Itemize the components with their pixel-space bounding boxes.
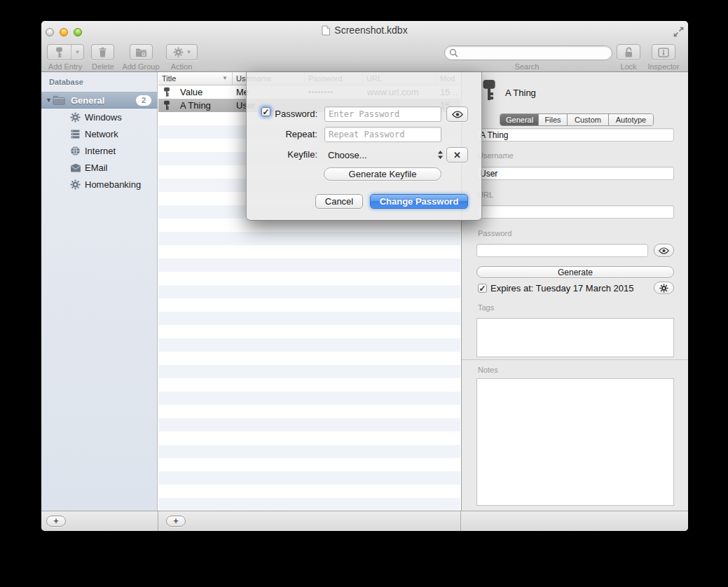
window-chrome: Screenshot.kdbx bbox=[41, 21, 688, 72]
document-icon bbox=[322, 25, 330, 36]
key-icon bbox=[481, 79, 497, 102]
sheet-password-label: Password: bbox=[273, 109, 317, 119]
notes-label: Notes bbox=[478, 366, 498, 374]
sheet-reveal-password-button[interactable] bbox=[446, 106, 468, 122]
expires-label: Expires at: Tuesday 17 March 2015 bbox=[490, 283, 634, 294]
add-entry-button[interactable]: ▾ bbox=[47, 44, 84, 60]
key-icon bbox=[163, 100, 170, 111]
gear-icon bbox=[70, 112, 81, 123]
inspector-entry-title: A Thing bbox=[505, 88, 536, 98]
disclosure-triangle-icon[interactable]: ▼ bbox=[46, 97, 53, 104]
folder-plus-icon bbox=[135, 48, 147, 57]
sidebar-item-label: Internet bbox=[85, 146, 116, 156]
server-icon bbox=[70, 129, 81, 139]
notes-field[interactable] bbox=[476, 378, 674, 506]
sidebar-item-homebanking[interactable]: Homebanking bbox=[41, 176, 158, 193]
search-input[interactable] bbox=[444, 46, 612, 60]
titlebar[interactable]: Screenshot.kdbx bbox=[41, 21, 688, 39]
sidebar-item-network[interactable]: Network bbox=[41, 125, 158, 142]
eye-icon bbox=[659, 247, 669, 254]
toolbar: ▾ Add Entry Delete bbox=[41, 39, 688, 72]
sidebar: Database ▼ General 2 Windows Networ bbox=[41, 72, 158, 511]
envelope-icon bbox=[70, 163, 81, 172]
cell-title: A Thing bbox=[180, 100, 233, 111]
clear-x-icon: ✕ bbox=[453, 150, 461, 160]
folder-icon bbox=[53, 95, 65, 105]
sidebar-group-general[interactable]: ▼ General 2 bbox=[41, 92, 158, 109]
reveal-password-button[interactable] bbox=[654, 244, 674, 257]
keyfile-dropdown[interactable]: Choose... bbox=[324, 148, 444, 162]
add-group-button[interactable] bbox=[130, 44, 153, 60]
password-field[interactable] bbox=[476, 244, 648, 257]
url-field[interactable] bbox=[476, 205, 674, 219]
expires-checkbox[interactable]: ✓ bbox=[478, 284, 487, 293]
sidebar-item-internet[interactable]: Internet bbox=[41, 142, 158, 159]
entry-count-badge: 2 bbox=[136, 95, 151, 106]
globe-icon bbox=[70, 146, 81, 156]
add-entry-caret-icon: ▾ bbox=[71, 49, 83, 55]
lock-label: Lock bbox=[620, 62, 636, 71]
sidebar-item-label: Network bbox=[85, 129, 118, 139]
sheet-password-input[interactable]: Enter Password bbox=[324, 106, 441, 122]
tags-field[interactable] bbox=[476, 318, 674, 357]
tab-files[interactable]: Files bbox=[539, 114, 568, 125]
search-icon bbox=[449, 48, 458, 57]
checkmark-icon: ✓ bbox=[479, 284, 486, 293]
screen-background: Screenshot.kdbx bbox=[0, 0, 728, 587]
add-group-plus-button[interactable]: + bbox=[46, 516, 66, 527]
stepper-icon bbox=[437, 150, 444, 160]
inspector-button[interactable] bbox=[652, 44, 675, 60]
fullscreen-icon[interactable] bbox=[673, 27, 684, 37]
sidebar-section-header: Database bbox=[49, 78, 83, 86]
window-title-group: Screenshot.kdbx bbox=[41, 21, 688, 39]
sidebar-item-windows[interactable]: Windows bbox=[41, 109, 158, 125]
add-group-label: Add Group bbox=[122, 62, 159, 71]
inspector-divider bbox=[462, 359, 688, 360]
expires-settings-button[interactable] bbox=[654, 282, 674, 294]
cancel-button[interactable]: Cancel bbox=[315, 194, 363, 209]
search-label: Search bbox=[515, 62, 540, 71]
generate-password-button[interactable]: Generate bbox=[476, 266, 674, 278]
action-caret-icon: ▾ bbox=[187, 49, 191, 55]
sheet-repeat-input[interactable]: Repeat Password bbox=[324, 127, 441, 142]
inspector-panel: A Thing General Files Custom Autotype A … bbox=[461, 72, 688, 511]
inspector-tabs: General Files Custom Autotype bbox=[500, 113, 654, 126]
add-entry-plus-button[interactable]: + bbox=[166, 516, 186, 527]
action-button[interactable]: ▾ bbox=[166, 44, 198, 60]
bottom-bar: + + bbox=[41, 511, 688, 531]
keyfile-value: Choose... bbox=[328, 150, 437, 160]
plus-icon: + bbox=[173, 516, 178, 526]
lock-open-icon bbox=[624, 47, 634, 58]
tab-autotype[interactable]: Autotype bbox=[609, 114, 653, 125]
tab-custom[interactable]: Custom bbox=[568, 114, 609, 125]
sidebar-item-label: EMail bbox=[85, 163, 108, 173]
plus-icon: + bbox=[53, 516, 58, 526]
key-icon bbox=[163, 87, 170, 97]
column-header-title[interactable]: Title ▼ bbox=[158, 72, 233, 85]
password-enabled-checkbox[interactable]: ✓ bbox=[261, 107, 270, 116]
lock-button[interactable] bbox=[617, 44, 640, 60]
password-label: Password bbox=[478, 229, 511, 237]
gear-icon bbox=[659, 284, 668, 293]
pane-divider bbox=[158, 511, 158, 531]
title-field[interactable]: A Thing bbox=[476, 128, 674, 141]
trash-icon bbox=[98, 47, 107, 57]
app-window: Screenshot.kdbx bbox=[41, 21, 688, 531]
generate-keyfile-button[interactable]: Generate Keyfile bbox=[324, 167, 441, 181]
sheet-keyfile-label: Keyfile: bbox=[273, 149, 317, 160]
tab-general[interactable]: General bbox=[500, 114, 539, 125]
username-field[interactable]: User bbox=[476, 167, 674, 180]
sidebar-item-label: Homebanking bbox=[85, 179, 141, 190]
sidebar-item-email[interactable]: EMail bbox=[41, 159, 158, 176]
sort-indicator-icon: ▼ bbox=[222, 75, 228, 81]
add-entry-label: Add Entry bbox=[48, 62, 82, 71]
sidebar-item-label: Windows bbox=[85, 112, 122, 123]
clear-keyfile-button[interactable]: ✕ bbox=[446, 147, 468, 163]
change-password-button[interactable]: Change Password bbox=[370, 194, 468, 209]
sheet-repeat-label: Repeat: bbox=[273, 129, 317, 139]
delete-button[interactable] bbox=[91, 44, 114, 60]
inspector-label: Inspector bbox=[647, 62, 679, 71]
expires-row: ✓ Expires at: Tuesday 17 March 2015 bbox=[478, 283, 634, 294]
gear-icon bbox=[70, 179, 81, 190]
window-title: Screenshot.kdbx bbox=[334, 25, 407, 36]
